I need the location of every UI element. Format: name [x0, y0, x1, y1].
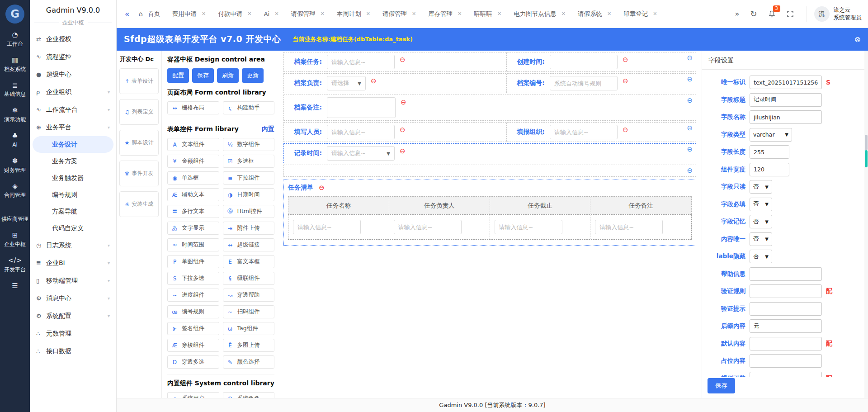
- library-component-button[interactable]: Đ穿透多选: [167, 355, 219, 369]
- library-component-button[interactable]: A文本组件: [167, 138, 219, 151]
- settings-field-select[interactable]: varchar▼: [750, 128, 792, 142]
- library-component-button[interactable]: ρ系统用户: [167, 392, 219, 398]
- sidebar-item[interactable]: ◷日志系统▾: [30, 237, 116, 254]
- settings-field-input[interactable]: [750, 93, 822, 107]
- tab[interactable]: 请假管理✕: [291, 10, 325, 18]
- sidebar-item[interactable]: ∴接口数据: [30, 342, 116, 360]
- sidebar-item[interactable]: ●超级中心: [30, 66, 116, 83]
- design-action-button[interactable]: 配置: [167, 68, 189, 83]
- settings-field-input[interactable]: [750, 319, 822, 333]
- tab[interactable]: 费用申请✕: [172, 10, 206, 18]
- library-component-button[interactable]: ≡下拉组件: [223, 171, 275, 185]
- rail-item[interactable]: ◔工作台: [1, 31, 28, 47]
- design-action-button[interactable]: 保存: [192, 68, 214, 83]
- remove-field-icon[interactable]: ⊖: [623, 57, 628, 63]
- remove-field-icon[interactable]: ⊖: [623, 127, 628, 133]
- scrollbar-thumb-accent[interactable]: [865, 150, 868, 167]
- form-row[interactable]: ⊖: [283, 165, 696, 177]
- library-component-button[interactable]: Æ穿梭组件: [167, 339, 219, 352]
- tab[interactable]: 请假系统✕: [578, 10, 611, 18]
- form-row[interactable]: 档案备注:⊖⊖: [283, 95, 696, 121]
- sidebar-item[interactable]: ⊕业务平台▾: [30, 118, 116, 136]
- scrollbar-thumb[interactable]: [865, 135, 868, 150]
- tab-close-icon[interactable]: ✕: [412, 11, 416, 17]
- field-select[interactable]: 请选择▼: [327, 76, 366, 90]
- tabs-collapse-icon[interactable]: «: [125, 9, 129, 19]
- settings-field-input[interactable]: [750, 337, 822, 350]
- tab-close-icon[interactable]: ✕: [247, 11, 251, 17]
- settings-field-input[interactable]: [750, 372, 822, 378]
- sidebar-item[interactable]: ∿工作流平台▾: [30, 101, 116, 118]
- library-component-button[interactable]: E富文本框: [223, 255, 275, 268]
- tab[interactable]: 付款申请✕: [218, 10, 251, 18]
- subtable-cell-input[interactable]: [595, 220, 663, 234]
- remove-field-icon[interactable]: ⊖: [400, 57, 406, 63]
- rail-item[interactable]: ▥档案系统: [1, 56, 28, 73]
- library-component-button[interactable]: ◑日期时间: [223, 188, 275, 201]
- rail-item[interactable]: ≣基础信息: [1, 81, 28, 98]
- library-component-button[interactable]: §级联组件: [223, 272, 275, 285]
- sidebar-item[interactable]: ⇄企业授权: [30, 30, 116, 48]
- dev-tool-button[interactable]: ★脚本设计: [119, 130, 159, 156]
- library-component-button[interactable]: 〓多行文本: [167, 205, 219, 218]
- rail-item[interactable]: ♣Ai: [1, 132, 28, 148]
- remove-row-icon[interactable]: ⊖: [687, 167, 693, 174]
- app-logo[interactable]: G: [5, 5, 24, 24]
- library-component-button[interactable]: œ编号规则: [167, 305, 219, 318]
- library-component-button[interactable]: ✎颜色选择: [223, 355, 275, 369]
- tab[interactable]: 库存管理✕: [428, 10, 462, 18]
- tab-close-icon[interactable]: ✕: [653, 11, 657, 17]
- sidebar-item[interactable]: ∴元数管理: [30, 325, 116, 342]
- subtable-cell-input[interactable]: [394, 220, 462, 234]
- field-input[interactable]: [550, 76, 618, 90]
- remove-field-icon[interactable]: ⊖: [400, 148, 406, 155]
- library-component-button[interactable]: ½数字组件: [223, 138, 275, 151]
- settings-field-select[interactable]: 否▼: [750, 198, 772, 211]
- refresh-icon[interactable]: ↻: [750, 9, 757, 19]
- sidebar-item[interactable]: ≣企业BI▾: [30, 254, 116, 272]
- tabs-overflow-icon[interactable]: »: [735, 9, 740, 18]
- builtin-link[interactable]: 内置: [262, 125, 274, 133]
- sidebar-item[interactable]: ▯移动端管理▾: [30, 272, 116, 289]
- field-input[interactable]: [327, 125, 395, 139]
- sidebar-subitem[interactable]: 业务触发器: [30, 170, 116, 186]
- remove-field-icon[interactable]: ⊖: [371, 78, 377, 85]
- tab[interactable]: 印章登记✕: [623, 10, 657, 18]
- remove-field-icon[interactable]: ⊖: [623, 78, 628, 85]
- config-badge[interactable]: 配: [826, 374, 832, 378]
- library-component-button[interactable]: ~进度组件: [167, 289, 219, 302]
- tab-close-icon[interactable]: ✕: [274, 11, 278, 17]
- field-input[interactable]: [550, 55, 618, 69]
- library-component-button[interactable]: ¥金额组件: [167, 155, 219, 168]
- library-component-button[interactable]: ↝穿透帮助: [223, 289, 275, 302]
- design-action-button[interactable]: 更新: [242, 68, 264, 83]
- dev-tool-button[interactable]: ♛事件开发: [119, 161, 159, 186]
- form-row[interactable]: 记录时间:请输入信息~▼⊖⊖: [283, 143, 696, 163]
- fullscreen-icon[interactable]: [787, 10, 794, 18]
- settings-field-input[interactable]: [750, 110, 822, 124]
- sidebar-item[interactable]: ρ企业组织▾: [30, 83, 116, 101]
- settings-field-input[interactable]: [750, 284, 822, 298]
- config-badge[interactable]: S: [826, 79, 830, 86]
- sidebar-subitem[interactable]: 方案导航: [30, 203, 116, 220]
- tab[interactable]: 本周计划✕: [337, 10, 370, 18]
- tab-close-icon[interactable]: ✕: [497, 11, 501, 17]
- rail-item[interactable]: ✽财务管理: [1, 157, 28, 174]
- rail-item[interactable]: ☰: [1, 282, 28, 292]
- remove-row-icon[interactable]: ⊖: [687, 55, 693, 62]
- tab[interactable]: Ai✕: [264, 10, 278, 18]
- settings-field-select[interactable]: 否▼: [750, 232, 772, 246]
- field-textarea[interactable]: [327, 97, 396, 118]
- remove-field-icon[interactable]: ⊖: [400, 127, 406, 133]
- library-component-button[interactable]: ☑多选框: [223, 155, 275, 168]
- subtable-region[interactable]: 任务清单 ⊖ 任务名称任务负责人任务截止任务备注: [283, 180, 696, 246]
- library-component-button[interactable]: ⊱签名组件: [167, 322, 219, 335]
- library-component-button[interactable]: Θ系统角色: [223, 392, 275, 398]
- sidebar-subitem[interactable]: 编号规则: [30, 186, 116, 203]
- sidebar-item[interactable]: ⚙消息中心▾: [30, 289, 116, 307]
- library-component-button[interactable]: ς构建助手: [223, 101, 275, 114]
- settings-field-select[interactable]: 否▼: [750, 250, 772, 263]
- user-menu[interactable]: 流 流之云 系统管理员: [807, 6, 862, 22]
- sidebar-subitem[interactable]: 代码自定义: [30, 220, 116, 237]
- tab-close-icon[interactable]: ✕: [321, 11, 325, 17]
